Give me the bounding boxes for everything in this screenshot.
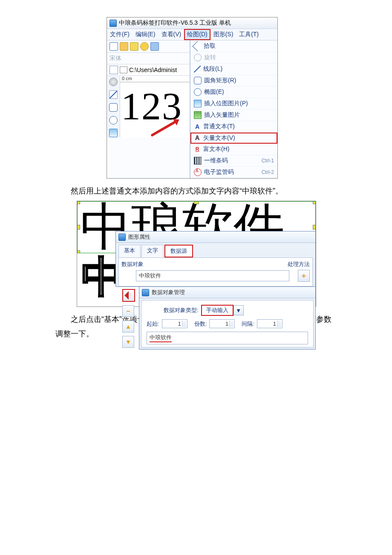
dialog-title: 数据对象管理: [152, 289, 185, 296]
resize-handle-icon[interactable]: [77, 201, 80, 204]
tab-basic[interactable]: 基本: [118, 245, 141, 257]
pencil-icon: [124, 291, 133, 300]
gap-spinner[interactable]: 1: [257, 319, 282, 328]
app-icon: [118, 234, 126, 241]
edit-button[interactable]: [122, 289, 135, 302]
menu-item-pick[interactable]: 拾取: [190, 40, 277, 52]
menu-edit[interactable]: 编辑(E): [133, 29, 159, 40]
label-start: 起始:: [147, 320, 159, 328]
move-down-button[interactable]: ▼: [122, 336, 134, 348]
caption-text-1: 然后用上述普通文本添加内容的方式添加文字内容“中琅软件”。: [55, 184, 337, 198]
window-titlebar: 中琅条码标签打印软件-V6.5.3 工业版 单机: [107, 17, 277, 29]
image-tool-icon[interactable]: [109, 129, 118, 137]
save-icon[interactable]: [130, 42, 138, 51]
rect-tool-icon[interactable]: [109, 103, 118, 112]
tab-text[interactable]: 文字: [141, 245, 164, 257]
menu-item-label: 线段(L): [203, 65, 222, 73]
canvas-area[interactable]: 0 cm 123: [120, 76, 190, 137]
process-add-button[interactable]: ＋: [298, 270, 310, 282]
plus-icon: ＋: [300, 272, 307, 280]
dialog-body: 数据对象 处理方法 中琅软件 ＋: [118, 257, 313, 286]
label-process-method: 处理方法: [288, 260, 310, 268]
resize-handle-icon[interactable]: [313, 225, 316, 230]
screenshot-properties-dialog: 中琅软件 中 ＋ － ▲ ▼ 图形属性: [77, 201, 316, 307]
menu-item-label: 普通文本(T): [203, 123, 235, 130]
screenshot-draw-menu: 中琅条码标签打印软件-V6.5.3 工业版 单机 文件(F) 编辑(E) 查看(…: [107, 17, 278, 179]
textarea-value: 中琅软件: [150, 334, 172, 342]
open-icon[interactable]: [120, 42, 128, 51]
side-toolbar: [107, 76, 120, 137]
menu-item-line[interactable]: 线段(L): [190, 64, 277, 75]
cursor-tool-icon[interactable]: [110, 66, 118, 74]
menu-draw[interactable]: 绘图(D): [184, 29, 210, 40]
app-icon: [142, 289, 149, 296]
menu-item-ellipse[interactable]: 椭圆(E): [190, 87, 277, 98]
shortcut-label: Ctrl-1: [262, 158, 274, 164]
ellipse-icon: [194, 88, 202, 96]
data-object-type-select[interactable]: 手动输入 ▼: [201, 305, 244, 316]
data-object-manage-dialog: 数据对象管理 数据对象类型: 手动输入 ▼ 起始: 1 份数: 1 间隔: 1: [139, 286, 316, 350]
menu-item-rich-text[interactable]: R 富文本(H): [190, 144, 277, 155]
rotate-icon: [194, 54, 202, 61]
cursor-icon: [193, 41, 203, 51]
menu-item-label: 插入位图图片(P): [204, 100, 248, 107]
move-up-button[interactable]: ▲: [122, 321, 134, 332]
bitmap-icon: [194, 100, 202, 107]
new-icon[interactable]: [110, 42, 118, 51]
menu-file[interactable]: 文件(F): [107, 29, 133, 40]
ellipse-tool-icon[interactable]: [109, 116, 118, 124]
roundrect-icon: [194, 77, 202, 84]
vector-text-icon: A: [194, 135, 201, 142]
barcode-icon: [194, 157, 202, 165]
window-title: 中琅条码标签打印软件-V6.5.3 工业版 单机: [119, 19, 231, 27]
font-selector[interactable]: 宋体: [107, 53, 190, 64]
menu-item-label: 矢量文本(V): [203, 134, 235, 142]
vector-image-icon: [194, 111, 202, 119]
file-path: C:\Users\Administ: [129, 66, 177, 73]
menu-item-label: 椭圆(E): [204, 88, 224, 96]
data-object-list[interactable]: 中琅软件: [136, 270, 289, 281]
text-icon: A: [194, 123, 201, 130]
resize-handle-icon[interactable]: [77, 225, 80, 230]
menu-item-insert-bitmap[interactable]: 插入位图图片(P): [190, 98, 277, 110]
menu-view[interactable]: 查看(V): [159, 29, 184, 40]
tabbar: 基本 文字 数据源: [116, 243, 315, 257]
file-path-row: C:\Users\Administ: [107, 64, 190, 76]
dialog-title: 图形属性: [128, 233, 150, 241]
dialog-titlebar: 图形属性: [116, 231, 315, 243]
app-icon: [110, 20, 117, 27]
resize-handle-icon[interactable]: [77, 250, 80, 253]
window-icon: [120, 66, 127, 73]
menu-item-barcode[interactable]: 一维条码 Ctrl-1: [190, 155, 277, 167]
globe-icon[interactable]: [109, 78, 118, 86]
menu-tool[interactable]: 工具(T): [236, 29, 262, 40]
menu-item-label: 一维条码: [204, 157, 228, 165]
main-left-area: 宋体 C:\Users\Administ 0 cm: [107, 40, 190, 178]
ruler-label: 0 cm: [120, 76, 190, 82]
dialog-titlebar: 数据对象管理: [139, 287, 315, 298]
menu-item-roundrect[interactable]: 圆角矩形(R): [190, 75, 277, 87]
resize-handle-icon[interactable]: [194, 201, 199, 204]
content-textarea[interactable]: 中琅软件: [147, 332, 308, 344]
tab-data-source[interactable]: 数据源: [164, 245, 193, 257]
menu-item-insert-vector-image[interactable]: 插入矢量图片: [190, 110, 277, 121]
menu-item-ecode[interactable]: 电子监管码 Ctrl-2: [190, 167, 277, 178]
chevron-down-icon[interactable]: ▼: [233, 305, 244, 315]
label-data-object-type: 数据对象类型:: [164, 306, 199, 314]
count-spinner[interactable]: 1: [209, 319, 235, 328]
start-spinner[interactable]: 1: [162, 319, 187, 328]
line-tool-icon[interactable]: [109, 90, 118, 99]
menu-shape[interactable]: 图形(S): [210, 29, 236, 40]
arrow-up-icon: ▲: [125, 323, 131, 330]
delete-button[interactable]: －: [122, 305, 134, 317]
select-value: 手动输入: [201, 305, 233, 316]
label-gap: 间隔:: [242, 320, 254, 328]
menu-item-plain-text[interactable]: A 普通文本(T): [190, 121, 277, 133]
print-icon[interactable]: [150, 42, 159, 51]
resize-handle-icon[interactable]: [313, 201, 316, 204]
ecode-icon: [194, 168, 202, 176]
menu-item-vector-text[interactable]: A 矢量文本(V): [190, 133, 277, 144]
settings-icon[interactable]: [140, 42, 149, 51]
draw-menu-dropdown: 拾取 旋转 线段(L) 圆角矩形(R) 椭圆(E): [190, 40, 277, 178]
menu-item-label: 拾取: [204, 42, 216, 50]
